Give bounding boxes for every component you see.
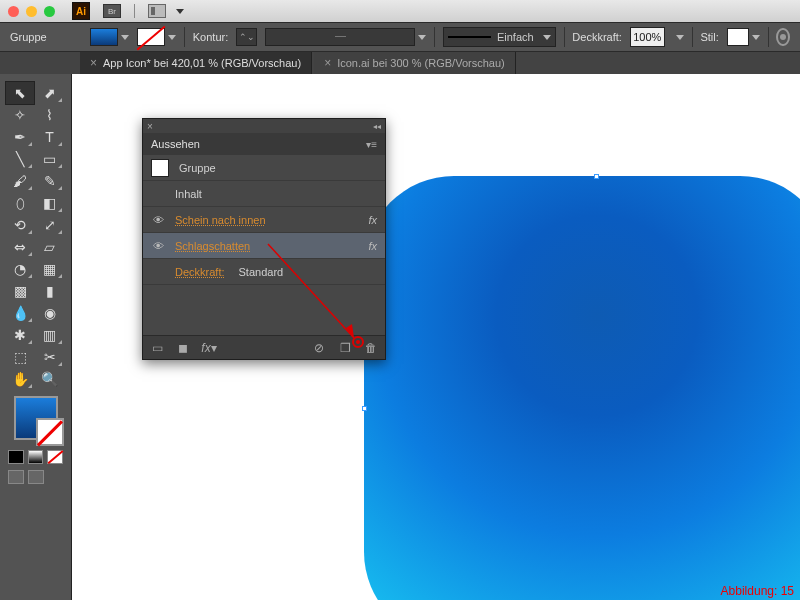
object-type-label: Gruppe <box>179 162 216 174</box>
window-titlebar: Ai Br <box>0 0 800 22</box>
effect-drop-shadow-link[interactable]: Schlagschatten <box>175 240 250 252</box>
close-tab-icon[interactable]: × <box>90 56 97 70</box>
close-window-button[interactable] <box>8 6 19 17</box>
appearance-row-opacity[interactable]: Deckkraft: Standard <box>143 259 385 285</box>
blob-brush-tool[interactable]: ⬯ <box>6 192 34 214</box>
visibility-toggle-icon[interactable]: 👁 <box>151 240 165 252</box>
column-graph-tool[interactable]: ▥ <box>36 324 64 346</box>
app-badge-illustrator: Ai <box>72 2 90 20</box>
color-mode-gradient[interactable] <box>28 450 44 464</box>
scale-tool[interactable]: ⤢ <box>36 214 64 236</box>
document-tab-inactive[interactable]: × Icon.ai bei 300 % (RGB/Vorschau) <box>314 52 516 74</box>
document-tab-label: App Icon* bei 420,01 % (RGB/Vorschau) <box>103 57 301 69</box>
fx-badge[interactable]: fx <box>368 240 377 252</box>
duplicate-item-button[interactable]: ❐ <box>337 340 353 356</box>
panel-tab-bar: Aussehen ▾≡ <box>143 133 385 155</box>
workspace-layout-dropdown-icon[interactable] <box>176 9 184 14</box>
appearance-row-inner-glow[interactable]: 👁 Schein nach innen fx <box>143 207 385 233</box>
pencil-tool[interactable]: ✎ <box>36 170 64 192</box>
zoom-tool[interactable]: 🔍 <box>36 368 64 390</box>
panel-titlebar[interactable]: × ◂◂ <box>143 119 385 133</box>
pen-tool[interactable]: ✒ <box>6 126 34 148</box>
document-tab-label: Icon.ai bei 300 % (RGB/Vorschau) <box>337 57 505 69</box>
screen-mode-full[interactable] <box>28 470 44 484</box>
screen-mode-normal[interactable] <box>8 470 24 484</box>
lasso-tool[interactable]: ⌇ <box>36 104 64 126</box>
color-mode-none[interactable] <box>47 450 63 464</box>
symbol-sprayer-tool[interactable]: ✱ <box>6 324 34 346</box>
brush-definition-dropdown[interactable]: — <box>265 28 426 46</box>
stroke-profile-dropdown[interactable]: Einfach <box>443 27 556 47</box>
clear-appearance-button[interactable]: ⊘ <box>311 340 327 356</box>
panel-menu-icon[interactable]: ▾≡ <box>366 139 377 150</box>
collapse-panel-icon[interactable]: ◂◂ <box>373 122 381 131</box>
new-stroke-button[interactable]: ▭ <box>149 340 165 356</box>
type-tool[interactable]: T <box>36 126 64 148</box>
eraser-tool[interactable]: ◧ <box>36 192 64 214</box>
perspective-grid-tool[interactable]: ▦ <box>36 258 64 280</box>
minimize-window-button[interactable] <box>26 6 37 17</box>
paintbrush-tool[interactable]: 🖌 <box>6 170 34 192</box>
line-segment-tool[interactable]: ╲ <box>6 148 34 170</box>
opacity-label: Deckkraft: <box>572 31 622 43</box>
blend-tool[interactable]: ◉ <box>36 302 64 324</box>
appearance-row-contents[interactable]: Inhalt <box>143 181 385 207</box>
opacity-value: Standard <box>239 266 284 278</box>
slice-tool[interactable]: ✂ <box>36 346 64 368</box>
tools-panel: ⬉ ⬈ ✧ ⌇ ✒ T ╲ ▭ 🖌 ✎ ⬯ ◧ ⟲ ⤢ ⇔ ▱ ◔ ▦ ▩ ▮ … <box>0 74 72 600</box>
stroke-weight-stepper[interactable]: ⌃⌄ <box>236 28 257 46</box>
appearance-rows: Gruppe Inhalt 👁 Schein nach innen fx 👁 S… <box>143 155 385 285</box>
visibility-toggle-icon[interactable]: 👁 <box>151 214 165 226</box>
opacity-dropdown-icon[interactable] <box>676 35 684 40</box>
stroke-swatch[interactable] <box>137 28 176 46</box>
new-fill-button[interactable]: ◼ <box>175 340 191 356</box>
appearance-row-object[interactable]: Gruppe <box>143 155 385 181</box>
selection-handle[interactable] <box>594 174 599 179</box>
object-thumbnail <box>151 159 169 177</box>
figure-caption: Abbildung: 15 <box>721 584 794 598</box>
fill-swatch[interactable] <box>90 28 129 46</box>
stroke-indicator[interactable] <box>36 418 64 446</box>
opacity-link[interactable]: Deckkraft: <box>175 266 225 278</box>
document-tab-active[interactable]: × App Icon* bei 420,01 % (RGB/Vorschau) <box>80 52 312 74</box>
selection-tool[interactable]: ⬉ <box>6 82 34 104</box>
appearance-row-drop-shadow[interactable]: 👁 Schlagschatten fx <box>143 233 385 259</box>
stroke-label: Kontur: <box>193 31 228 43</box>
document-setup-icon[interactable] <box>776 28 790 46</box>
opacity-input[interactable]: 100% <box>630 27 665 47</box>
eyedropper-tool[interactable]: 💧 <box>6 302 34 324</box>
panel-empty-area <box>143 285 385 335</box>
artboard-tool[interactable]: ⬚ <box>6 346 34 368</box>
magic-wand-tool[interactable]: ✧ <box>6 104 34 126</box>
document-tabs-bar: × App Icon* bei 420,01 % (RGB/Vorschau) … <box>0 52 800 74</box>
mesh-tool[interactable]: ▩ <box>6 280 34 302</box>
free-transform-tool[interactable]: ▱ <box>36 236 64 258</box>
workspace-layout-button[interactable] <box>148 4 166 18</box>
add-effect-button[interactable]: fx▾ <box>201 340 217 356</box>
rectangle-tool[interactable]: ▭ <box>36 148 64 170</box>
appearance-panel[interactable]: × ◂◂ Aussehen ▾≡ Gruppe Inhalt 👁 Schein … <box>142 118 386 360</box>
fill-stroke-indicator[interactable] <box>14 396 58 440</box>
width-tool[interactable]: ⇔ <box>6 236 34 258</box>
gradient-tool[interactable]: ▮ <box>36 280 64 302</box>
color-mode-solid[interactable] <box>8 450 24 464</box>
graphic-style-dropdown[interactable] <box>727 28 760 46</box>
direct-selection-tool[interactable]: ⬈ <box>36 82 64 104</box>
panel-tab-appearance[interactable]: Aussehen <box>151 138 200 150</box>
fx-badge[interactable]: fx <box>368 214 377 226</box>
titlebar-separator <box>134 4 135 18</box>
panel-footer: ▭ ◼ fx▾ ⊘ ❐ 🗑 <box>143 335 385 359</box>
close-panel-icon[interactable]: × <box>147 121 153 132</box>
zoom-window-button[interactable] <box>44 6 55 17</box>
graphic-style-label: Stil: <box>700 31 718 43</box>
artwork-app-icon[interactable] <box>364 176 800 600</box>
close-tab-icon[interactable]: × <box>324 56 331 70</box>
bridge-button[interactable]: Br <box>103 4 121 18</box>
effect-inner-glow-link[interactable]: Schein nach innen <box>175 214 266 226</box>
hand-tool[interactable]: ✋ <box>6 368 34 390</box>
contents-label: Inhalt <box>175 188 202 200</box>
delete-item-button[interactable]: 🗑 <box>363 340 379 356</box>
rotate-tool[interactable]: ⟲ <box>6 214 34 236</box>
shape-builder-tool[interactable]: ◔ <box>6 258 34 280</box>
selection-handle[interactable] <box>362 406 367 411</box>
